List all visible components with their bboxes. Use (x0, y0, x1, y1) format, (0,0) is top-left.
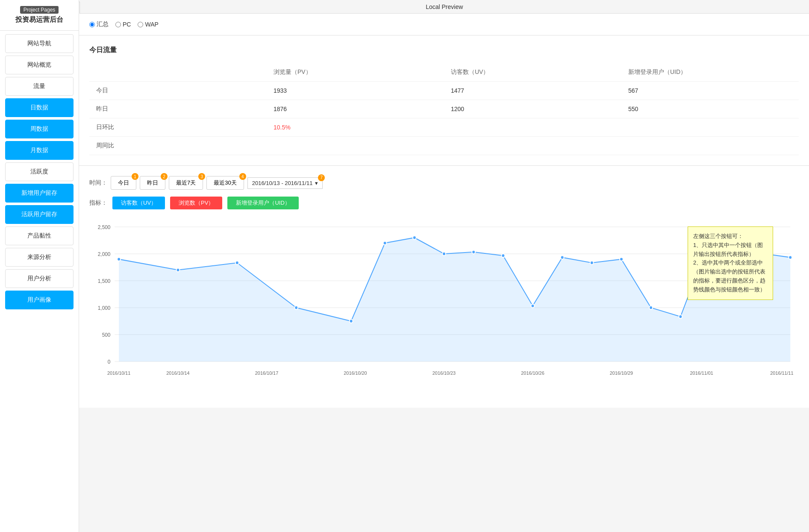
svg-text:2016/10/17: 2016/10/17 (255, 370, 278, 376)
table-row: 昨日 1876 1200 550 (89, 100, 799, 118)
stats-table: 浏览量（PV） 访客数（UV） 新增登录用户（UID） 今日 1933 1477… (89, 63, 799, 155)
row-yesterday-pv: 1876 (267, 100, 444, 118)
chart-tooltip: 左侧这三个按钮可：1、只选中其中一个按钮（图片输出按钮所代表指标）2、选中其中两… (688, 226, 773, 300)
table-row: 今日 1933 1477 567 (89, 82, 799, 100)
svg-point-31 (788, 256, 792, 259)
svg-point-17 (383, 241, 387, 245)
svg-point-15 (294, 306, 298, 309)
row-daily-compare-uv (444, 118, 621, 137)
main-content: 汇总 PC WAP 今日流量 浏览量（PV） 访客数（UV） 新增登录用户（UI… (79, 14, 809, 532)
filter-summary[interactable]: 汇总 (89, 21, 109, 28)
metric-controls: 指标： 访客数（UV） 浏览数（PV） 新增登录用户（UID） (89, 197, 799, 209)
badge-4: 4 (239, 173, 246, 180)
sidebar-item-source-analysis[interactable]: 来源分析 (5, 248, 74, 267)
sidebar-item-website-overview[interactable]: 网站概览 (5, 56, 74, 74)
filter-pc[interactable]: PC (115, 21, 131, 28)
row-yesterday-uv: 1200 (444, 100, 621, 118)
sidebar-item-weekly[interactable]: 周数据 (5, 120, 74, 138)
svg-text:2016/10/14: 2016/10/14 (166, 370, 189, 376)
sidebar-item-user-analysis[interactable]: 用户分析 (5, 269, 74, 288)
svg-point-19 (442, 252, 446, 256)
metric-label: 指标： (89, 199, 107, 207)
sidebar-item-activity[interactable]: 活跃度 (5, 162, 74, 181)
btn-yesterday[interactable]: 昨日 2 (140, 176, 165, 190)
badge-1: 1 (132, 173, 138, 180)
svg-text:2,500: 2,500 (98, 224, 111, 230)
table-row: 日环比 10.5% (89, 118, 799, 137)
svg-point-24 (590, 261, 594, 265)
svg-point-26 (649, 306, 653, 309)
btn-7days[interactable]: 最近7天 3 (169, 176, 203, 190)
svg-text:2016/11/01: 2016/11/01 (690, 370, 713, 376)
filter-bar: 汇总 PC WAP (79, 14, 809, 35)
sidebar-nav: 网站导航 网站概览 流量 日数据 周数据 月数据 活跃度 新增用户留存 活跃用户… (0, 31, 79, 313)
svg-text:2016/10/26: 2016/10/26 (521, 370, 544, 376)
row-daily-compare-pv: 10.5% (267, 118, 444, 137)
time-label: 时间： (89, 179, 107, 187)
row-weekly-compare-uid (621, 137, 799, 155)
row-daily-compare-uid (621, 118, 799, 137)
date-range-picker[interactable]: 2016/10/13 - 2016/11/11 ▾ 7 (247, 177, 323, 189)
svg-text:0: 0 (108, 359, 111, 365)
th-label (89, 63, 267, 82)
row-daily-compare-label: 日环比 (89, 118, 267, 137)
brand-title: 投资易运营后台 (15, 15, 63, 24)
svg-point-27 (679, 315, 682, 318)
table-row: 周同比 (89, 137, 799, 155)
badge-7: 7 (318, 174, 325, 181)
svg-point-21 (501, 254, 505, 257)
svg-point-20 (472, 250, 475, 254)
today-flow-section: 今日流量 浏览量（PV） 访客数（UV） 新增登录用户（UID） 今日 1933… (79, 35, 809, 166)
svg-point-14 (235, 261, 239, 265)
row-yesterday-label: 昨日 (89, 100, 267, 118)
svg-text:2016/10/23: 2016/10/23 (432, 370, 456, 376)
metric-btn-uid[interactable]: 新增登录用户（UID） (227, 197, 298, 209)
row-today-uid: 567 (621, 82, 799, 100)
svg-text:2016/10/20: 2016/10/20 (344, 370, 367, 376)
svg-text:2016/10/29: 2016/10/29 (610, 370, 633, 376)
row-today-pv: 1933 (267, 82, 444, 100)
svg-text:2016/11/11: 2016/11/11 (770, 370, 793, 376)
project-pages-badge: Project Pages (20, 6, 59, 14)
tooltip-text: 左侧这三个按钮可：1、只选中其中一个按钮（图片输出按钮所代表指标）2、选中其中两… (693, 233, 765, 293)
svg-text:1,500: 1,500 (98, 278, 111, 284)
row-today-uv: 1477 (444, 82, 621, 100)
sidebar-item-website-nav[interactable]: 网站导航 (5, 34, 74, 53)
sidebar-item-traffic[interactable]: 流量 (5, 77, 74, 96)
filter-wap[interactable]: WAP (138, 21, 158, 28)
svg-point-18 (413, 236, 416, 239)
sidebar-item-active-user-retention[interactable]: 活跃用户留存 (5, 205, 74, 224)
svg-text:2016/10/11: 2016/10/11 (107, 370, 130, 376)
svg-text:500: 500 (102, 332, 111, 338)
sidebar-item-daily[interactable]: 日数据 (5, 98, 74, 117)
time-controls: 时间： 今日 1 昨日 2 最近7天 3 最近30天 4 2016/10/13 … (89, 176, 799, 190)
btn-30days[interactable]: 最近30天 4 (206, 176, 244, 190)
left-panel: Project Pages 投资易运营后台 网站导航 网站概览 流量 日数据 周… (0, 0, 79, 532)
row-today-label: 今日 (89, 82, 267, 100)
row-weekly-compare-label: 周同比 (89, 137, 267, 155)
metric-btn-pv[interactable]: 浏览数（PV） (170, 197, 222, 209)
sidebar-item-user-portrait[interactable]: 用户画像 (5, 291, 74, 309)
svg-point-22 (531, 304, 535, 308)
btn-today[interactable]: 今日 1 (111, 176, 136, 190)
chart-section: 时间： 今日 1 昨日 2 最近7天 3 最近30天 4 2016/10/13 … (79, 166, 809, 408)
svg-point-13 (177, 268, 180, 272)
metric-btn-uv[interactable]: 访客数（UV） (112, 197, 165, 209)
th-pv: 浏览量（PV） (267, 63, 444, 82)
date-range-value: 2016/10/13 - 2016/11/11 (252, 180, 313, 186)
row-weekly-compare-uv (444, 137, 621, 155)
svg-text:1,000: 1,000 (98, 305, 111, 311)
dropdown-icon: ▾ (315, 180, 318, 186)
svg-point-12 (117, 257, 121, 261)
sidebar-item-product-stickiness[interactable]: 产品黏性 (5, 226, 74, 245)
th-uv: 访客数（UV） (444, 63, 621, 82)
badge-3: 3 (198, 173, 205, 180)
chart-container: 左侧这三个按钮可：1、只选中其中一个按钮（图片输出按钮所代表指标）2、选中其中两… (89, 218, 799, 397)
svg-text:2,000: 2,000 (98, 251, 111, 257)
sidebar-item-new-user-retention[interactable]: 新增用户留存 (5, 184, 74, 203)
sidebar-item-monthly[interactable]: 月数据 (5, 141, 74, 160)
row-weekly-compare-pv (267, 137, 444, 155)
badge-2: 2 (161, 173, 168, 180)
svg-point-16 (350, 319, 353, 323)
brand-area: Project Pages 投资易运营后台 (0, 0, 79, 31)
